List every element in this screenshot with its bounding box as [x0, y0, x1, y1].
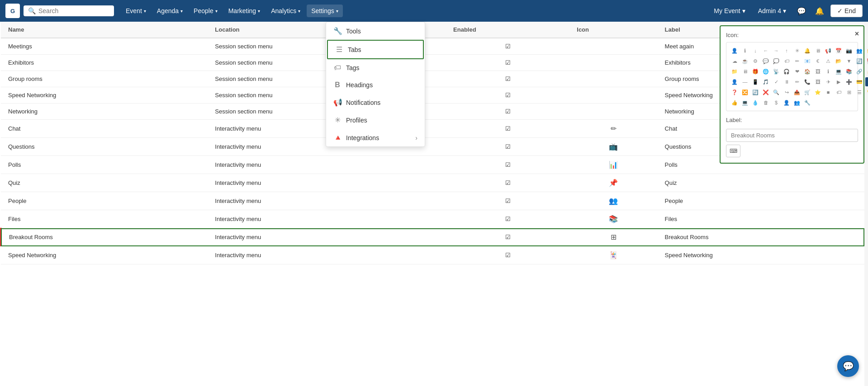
icon-option[interactable]: 👍	[730, 98, 739, 107]
dropdown-integrations[interactable]: 🔺 Integrations ›	[326, 129, 425, 146]
icon-option[interactable]: 💬	[761, 56, 770, 66]
row-enabled[interactable]: ☑	[446, 104, 569, 120]
icon-option[interactable]: ✓	[772, 77, 781, 86]
icon-option[interactable]: 🔍	[772, 88, 781, 97]
icon-option[interactable]: 🔗	[855, 67, 864, 76]
search-input[interactable]	[38, 7, 109, 14]
icon-option[interactable]: 📱	[751, 77, 760, 86]
icon-option[interactable]: 🎧	[782, 67, 791, 76]
table-row[interactable]: QuizInteractivity menu☑📌Quiz	[1, 174, 864, 192]
row-enabled[interactable]: ☑	[446, 174, 569, 192]
icon-option[interactable]: 👤	[730, 46, 739, 55]
icon-option[interactable]: ➕	[844, 77, 854, 86]
icon-option[interactable]: 📁	[865, 46, 868, 55]
icon-option[interactable]: 📂	[834, 56, 843, 66]
icon-option[interactable]: →	[772, 46, 781, 55]
icon-option[interactable]: ✏	[792, 56, 802, 66]
icon-option[interactable]: ↑	[782, 46, 791, 55]
icon-option[interactable]: ⊞	[865, 77, 868, 86]
icon-option[interactable]: ❌	[761, 88, 770, 97]
search-bar[interactable]: 🔍	[24, 5, 114, 16]
end-button[interactable]: ✓ End	[830, 5, 863, 17]
admin-button[interactable]: Admin 4 ▾	[754, 5, 791, 17]
icon-option[interactable]: 📤	[792, 88, 802, 97]
nav-settings[interactable]: Settings ▾	[307, 5, 343, 17]
icon-option[interactable]: ☰	[855, 88, 864, 97]
row-enabled[interactable]: ☑	[446, 192, 569, 210]
bell-icon[interactable]: 🔔	[812, 4, 827, 18]
icon-option[interactable]: 📧	[803, 56, 812, 66]
icon-option[interactable]: 💧	[751, 98, 760, 107]
icon-option[interactable]: ←	[761, 46, 770, 55]
icon-option[interactable]: 📞	[803, 77, 812, 86]
icon-option[interactable]: —	[740, 77, 749, 86]
icon-option[interactable]: 👥	[792, 98, 802, 107]
table-row[interactable]: Breakout RoomsInteractivity menu☑⊞Breako…	[1, 228, 864, 246]
row-enabled[interactable]: ☑	[446, 210, 569, 228]
icon-option[interactable]: ↓	[751, 46, 760, 55]
icon-option[interactable]: 🖼	[813, 77, 822, 86]
close-button[interactable]: ×	[855, 30, 859, 38]
row-enabled[interactable]: ☑	[446, 138, 569, 156]
row-enabled[interactable]: ☑	[446, 87, 569, 104]
label-input[interactable]	[726, 129, 858, 142]
icon-option[interactable]: ↪	[782, 88, 791, 97]
icon-option[interactable]: 🔔	[803, 46, 812, 55]
dropdown-tools[interactable]: 🔧 Tools	[326, 22, 425, 40]
icon-option[interactable]: ✈	[824, 77, 833, 86]
icon-option[interactable]: 📡	[772, 67, 781, 76]
icon-option[interactable]: $	[772, 98, 781, 107]
nav-analytics[interactable]: Analytics ▾	[266, 5, 305, 17]
nav-event[interactable]: Event ▾	[121, 5, 151, 17]
icon-option[interactable]: 🏠	[803, 67, 812, 76]
table-row[interactable]: Speed NetworkingInteractivity menu☑🃏Spee…	[1, 246, 864, 264]
icon-option[interactable]: 🔄	[855, 56, 864, 66]
row-enabled[interactable]: ☑	[446, 120, 569, 138]
icon-option[interactable]: 🔄	[751, 88, 760, 97]
icon-option[interactable]: ▼	[844, 56, 854, 66]
icon-option[interactable]: 🔒	[865, 67, 868, 76]
icon-option[interactable]: 🖥	[740, 67, 749, 76]
icon-option[interactable]: ⏸	[782, 77, 791, 86]
icon-option[interactable]: 📚	[844, 67, 854, 76]
icon-option[interactable]: 🎵	[761, 77, 770, 86]
row-enabled[interactable]: ☑	[446, 55, 569, 71]
icon-option[interactable]: 💻	[834, 67, 843, 76]
row-enabled[interactable]: ☑	[446, 246, 569, 264]
icon-option[interactable]: ℹ	[824, 67, 833, 76]
label-icon-button[interactable]: ⌨	[726, 145, 740, 157]
icon-option[interactable]: 💳	[855, 77, 864, 86]
dropdown-headings[interactable]: B Headings	[326, 76, 425, 94]
icon-option[interactable]: ❓	[730, 88, 739, 97]
icon-option[interactable]: ❤	[792, 67, 802, 76]
table-row[interactable]: PeopleInteractivity menu☑👥People	[1, 192, 864, 210]
icon-option[interactable]: 🚩	[865, 56, 868, 66]
dropdown-notifications[interactable]: 📢 Notifications	[326, 94, 425, 111]
icon-option[interactable]: 👎	[865, 88, 868, 97]
icon-option[interactable]: 📢	[824, 46, 833, 55]
icon-option[interactable]: 🗑	[761, 98, 770, 107]
notifications-icon[interactable]: 💬	[794, 4, 809, 18]
icon-option[interactable]: 🖥	[813, 46, 822, 55]
icon-option[interactable]: 🔀	[740, 88, 749, 97]
icon-option[interactable]: ✏	[792, 77, 802, 86]
icon-option[interactable]: 💭	[772, 56, 781, 66]
icon-option[interactable]: ▶	[834, 77, 843, 86]
table-row[interactable]: FilesInteractivity menu☑📚Files	[1, 210, 864, 228]
icon-option[interactable]: 🔧	[803, 98, 812, 107]
icon-option[interactable]: 👥	[855, 46, 864, 55]
nav-people[interactable]: People ▾	[189, 5, 222, 17]
icon-option[interactable]: 👤	[782, 98, 791, 107]
icon-option[interactable]: ⊞	[844, 88, 854, 97]
icon-option[interactable]: 🏷	[834, 88, 843, 97]
row-enabled[interactable]: ☑	[446, 156, 569, 174]
row-enabled[interactable]: ☑	[446, 38, 569, 55]
icon-option[interactable]: 🖼	[813, 67, 822, 76]
icon-option[interactable]: ☕	[740, 56, 749, 66]
icon-option[interactable]: 💻	[740, 98, 749, 107]
icon-option[interactable]: 📁	[730, 67, 739, 76]
row-enabled[interactable]: ☑	[446, 71, 569, 87]
icon-option[interactable]: €	[813, 56, 822, 66]
icon-option[interactable]: 🛒	[803, 88, 812, 97]
row-enabled[interactable]: ☑	[446, 228, 569, 246]
